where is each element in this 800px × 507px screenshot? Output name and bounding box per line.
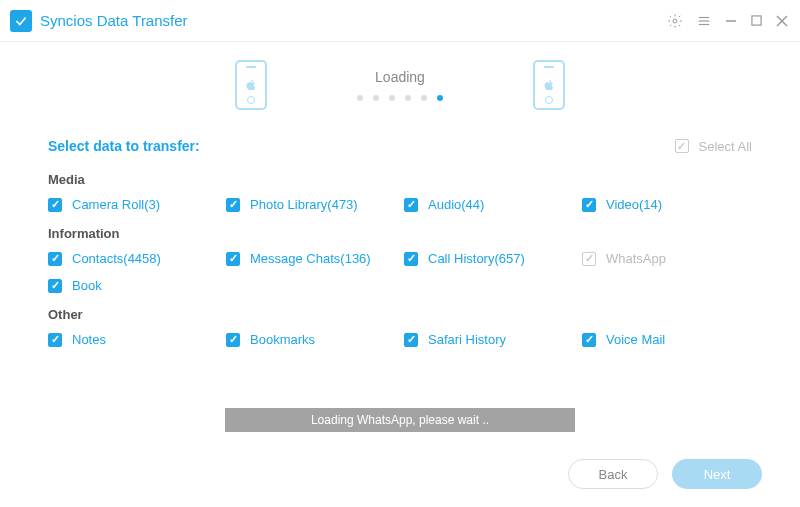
- other-item[interactable]: Safari History: [404, 332, 574, 347]
- info-item[interactable]: Call History(657): [404, 251, 574, 266]
- progress-text: Loading WhatsApp, please wait ..: [311, 413, 489, 427]
- other-label: Bookmarks: [250, 332, 315, 347]
- info-checkbox[interactable]: [226, 252, 240, 266]
- info-checkbox[interactable]: [48, 279, 62, 293]
- media-label: Video(14): [606, 197, 662, 212]
- brand: Syncios Data Transfer: [10, 10, 188, 32]
- svg-point-0: [673, 19, 677, 23]
- media-label: Audio(44): [428, 197, 484, 212]
- info-label: Message Chats(136): [250, 251, 371, 266]
- media-item[interactable]: Photo Library(473): [226, 197, 396, 212]
- section-info-title: Information: [48, 226, 752, 241]
- info-label: Call History(657): [428, 251, 525, 266]
- app-title: Syncios Data Transfer: [40, 12, 188, 29]
- select-header: Select data to transfer: Select All: [48, 138, 752, 154]
- select-all[interactable]: Select All: [675, 139, 752, 154]
- media-label: Camera Roll(3): [72, 197, 160, 212]
- back-button[interactable]: Back: [568, 459, 658, 489]
- grid-media: Camera Roll(3)Photo Library(473)Audio(44…: [48, 197, 752, 212]
- maximize-icon[interactable]: [751, 15, 762, 26]
- media-checkbox[interactable]: [582, 198, 596, 212]
- section-other-title: Other: [48, 307, 752, 322]
- media-item[interactable]: Video(14): [582, 197, 752, 212]
- loading-label: Loading: [357, 69, 443, 85]
- select-title: Select data to transfer:: [48, 138, 200, 154]
- info-item[interactable]: Message Chats(136): [226, 251, 396, 266]
- minimize-icon[interactable]: [725, 15, 737, 27]
- loading-dots: [357, 95, 443, 101]
- media-item[interactable]: Camera Roll(3): [48, 197, 218, 212]
- info-checkbox[interactable]: [48, 252, 62, 266]
- other-item[interactable]: Notes: [48, 332, 218, 347]
- select-all-checkbox[interactable]: [675, 139, 689, 153]
- svg-rect-5: [752, 16, 761, 25]
- content: Select data to transfer: Select All Medi…: [0, 138, 800, 347]
- other-checkbox[interactable]: [226, 333, 240, 347]
- media-checkbox[interactable]: [226, 198, 240, 212]
- app-logo-icon: [10, 10, 32, 32]
- other-checkbox[interactable]: [48, 333, 62, 347]
- progress-bar: Loading WhatsApp, please wait ..: [225, 408, 575, 432]
- info-checkbox[interactable]: [404, 252, 418, 266]
- other-item[interactable]: Bookmarks: [226, 332, 396, 347]
- info-checkbox: [582, 252, 596, 266]
- info-label: Contacts(4458): [72, 251, 161, 266]
- titlebar: Syncios Data Transfer: [0, 0, 800, 42]
- loading-center: Loading: [357, 69, 443, 101]
- other-checkbox[interactable]: [582, 333, 596, 347]
- info-item: WhatsApp: [582, 251, 752, 266]
- other-label: Safari History: [428, 332, 506, 347]
- window-controls: [667, 13, 788, 29]
- other-item[interactable]: Voice Mail: [582, 332, 752, 347]
- grid-info: Contacts(4458)Message Chats(136)Call His…: [48, 251, 752, 293]
- grid-other: NotesBookmarksSafari HistoryVoice Mail: [48, 332, 752, 347]
- settings-icon[interactable]: [667, 13, 683, 29]
- select-all-label: Select All: [699, 139, 752, 154]
- media-label: Photo Library(473): [250, 197, 358, 212]
- info-label: Book: [72, 278, 102, 293]
- footer: Back Next: [568, 459, 762, 489]
- media-checkbox[interactable]: [404, 198, 418, 212]
- other-label: Voice Mail: [606, 332, 665, 347]
- media-checkbox[interactable]: [48, 198, 62, 212]
- media-item[interactable]: Audio(44): [404, 197, 574, 212]
- info-item[interactable]: Contacts(4458): [48, 251, 218, 266]
- close-icon[interactable]: [776, 15, 788, 27]
- loading-area: Loading: [0, 42, 800, 124]
- source-phone-icon: [235, 60, 267, 110]
- next-button[interactable]: Next: [672, 459, 762, 489]
- info-label: WhatsApp: [606, 251, 666, 266]
- info-item[interactable]: Book: [48, 278, 218, 293]
- menu-icon[interactable]: [697, 14, 711, 28]
- section-media-title: Media: [48, 172, 752, 187]
- target-phone-icon: [533, 60, 565, 110]
- other-label: Notes: [72, 332, 106, 347]
- other-checkbox[interactable]: [404, 333, 418, 347]
